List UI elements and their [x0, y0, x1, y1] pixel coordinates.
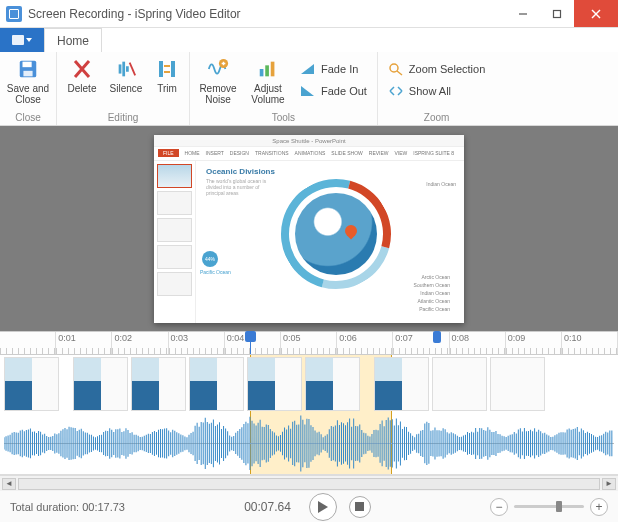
fade-out-button[interactable]: Fade Out: [296, 81, 371, 101]
group-close: Save andClose Close: [0, 52, 57, 125]
ppt-ribbon: FILEHOMEINSERTDESIGNTRANSITIONSANIMATION…: [154, 147, 464, 161]
delete-icon: [70, 57, 94, 81]
scroll-left-button[interactable]: ◄: [2, 478, 16, 490]
frame-thumb: [374, 357, 429, 411]
play-button[interactable]: [309, 493, 337, 521]
trim-button[interactable]: Trim: [151, 55, 183, 94]
remove-noise-icon: [206, 57, 230, 81]
fade-in-icon: [300, 61, 316, 77]
frame-thumb: [305, 357, 360, 411]
window-title: Screen Recording - iSpring Video Editor: [28, 7, 506, 21]
time-ruler[interactable]: 0:01 0:02 0:03 0:04 0:05 0:06 0:07 0:08 …: [0, 331, 618, 355]
ppt-slide: Oceanic Divisions The world's global oce…: [196, 161, 464, 323]
zoom-selection-button[interactable]: Zoom Selection: [384, 59, 489, 79]
group-tools: RemoveNoise AdjustVolume Fade In Fade Ou…: [190, 52, 378, 125]
ppt-title: Space Shuttle - PowerPoint: [154, 135, 464, 147]
horizontal-scrollbar[interactable]: ◄ ►: [0, 475, 618, 491]
show-all-button[interactable]: Show All: [384, 81, 489, 101]
play-icon: [317, 500, 329, 514]
group-editing: Delete Silence Trim Editing: [57, 52, 190, 125]
save-and-close-button[interactable]: Save andClose: [6, 55, 50, 105]
remove-noise-button[interactable]: RemoveNoise: [196, 55, 240, 105]
stop-icon: [355, 502, 364, 511]
frame-thumb: [432, 357, 487, 411]
minimize-button[interactable]: [506, 0, 540, 27]
legend: Arctic OceanSouthern OceanIndian OceanAt…: [414, 273, 450, 313]
file-tab[interactable]: [0, 28, 44, 52]
preview-content: Space Shuttle - PowerPoint FILEHOMEINSER…: [154, 135, 464, 323]
timeline[interactable]: [0, 355, 618, 475]
tab-home[interactable]: Home: [44, 28, 102, 52]
frame-thumb: [490, 357, 545, 411]
svg-rect-21: [355, 502, 364, 511]
app-icon: [6, 6, 22, 22]
svg-rect-9: [119, 64, 122, 73]
svg-rect-13: [159, 61, 163, 77]
zoom-out-button[interactable]: −: [490, 498, 508, 516]
playhead[interactable]: [250, 332, 251, 354]
maximize-button[interactable]: [540, 0, 574, 27]
ppt-thumbnails: [154, 161, 196, 323]
save-icon: [16, 57, 40, 81]
svg-rect-18: [271, 62, 275, 77]
current-time: 00:07.64: [244, 500, 291, 514]
svg-rect-16: [260, 69, 264, 76]
total-duration-label: Total duration: 00:17.73: [10, 501, 125, 513]
show-all-icon: [388, 83, 404, 99]
scroll-track[interactable]: [18, 478, 600, 490]
footer: Total duration: 00:17.73 00:07.64 − +: [0, 491, 618, 522]
zoom-slider[interactable]: [514, 505, 584, 508]
svg-rect-17: [265, 65, 269, 76]
audio-track[interactable]: [4, 415, 614, 471]
svg-rect-5: [23, 62, 32, 67]
scroll-right-button[interactable]: ►: [602, 478, 616, 490]
svg-rect-6: [23, 71, 32, 77]
frame-thumb: [131, 357, 186, 411]
svg-rect-10: [122, 62, 125, 77]
adjust-volume-icon: [256, 57, 280, 81]
svg-rect-11: [126, 66, 129, 72]
trim-icon: [155, 57, 179, 81]
silence-button[interactable]: Silence: [107, 55, 145, 94]
frame-thumb: [73, 357, 128, 411]
silence-icon: [114, 57, 138, 81]
fade-in-button[interactable]: Fade In: [296, 59, 371, 79]
svg-rect-1: [554, 10, 561, 17]
svg-point-19: [390, 64, 398, 72]
fade-out-icon: [300, 83, 316, 99]
zoom-in-button[interactable]: +: [590, 498, 608, 516]
adjust-volume-button[interactable]: AdjustVolume: [246, 55, 290, 105]
video-track[interactable]: [0, 355, 618, 413]
title-bar: Screen Recording - iSpring Video Editor: [0, 0, 618, 28]
end-handle[interactable]: [433, 331, 441, 343]
preview-area: Space Shuttle - PowerPoint FILEHOMEINSER…: [0, 126, 618, 331]
svg-rect-14: [171, 61, 175, 77]
group-zoom: Zoom Selection Show All Zoom: [378, 52, 495, 125]
tab-strip: Home: [0, 28, 618, 52]
frame-thumb: [247, 357, 302, 411]
delete-button[interactable]: Delete: [63, 55, 101, 94]
svg-line-12: [130, 63, 136, 76]
zoom-selection-icon: [388, 61, 404, 77]
svg-line-20: [397, 71, 402, 75]
close-button[interactable]: [574, 0, 618, 27]
stop-button[interactable]: [349, 496, 371, 518]
frame-thumb: [4, 357, 59, 411]
zoom-control: − +: [490, 498, 608, 516]
ribbon: Save andClose Close Delete Silence Trim …: [0, 52, 618, 126]
waveform-icon: [4, 415, 614, 472]
frame-thumb: [189, 357, 244, 411]
